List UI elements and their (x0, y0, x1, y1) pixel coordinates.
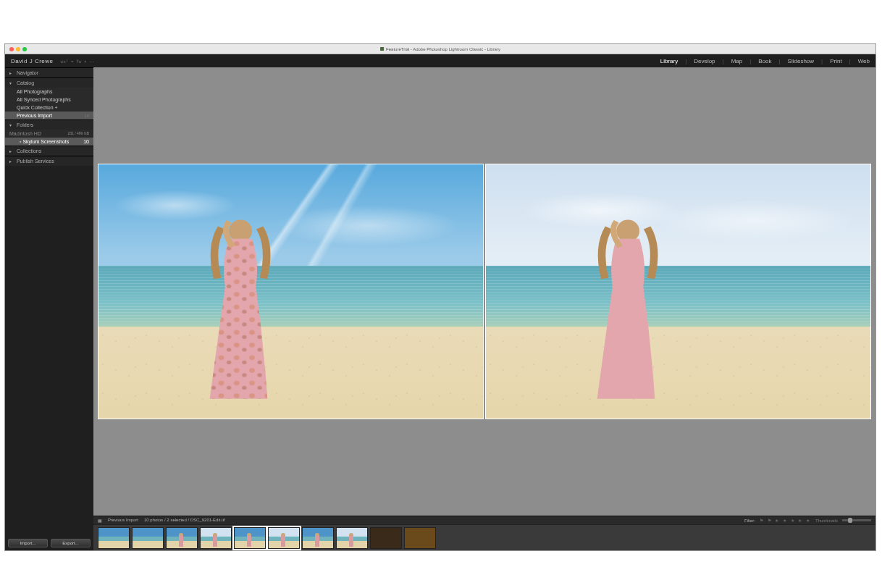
module-develop[interactable]: Develop (694, 58, 715, 64)
sep-icon: | (723, 58, 724, 64)
filmstrip-thumb[interactable] (404, 527, 436, 549)
catalog-item[interactable]: Quick Collection + (5, 104, 93, 112)
panel-navigator[interactable]: ▸ Navigator (5, 67, 93, 77)
filmstrip-thumb[interactable] (234, 527, 266, 549)
module-picker: Library | Develop | Map | Book | Slidesh… (660, 58, 870, 64)
compare-pair (98, 164, 871, 419)
sep-icon: | (749, 58, 751, 64)
folder-icon: ▪ (20, 139, 21, 144)
left-sidebar: ▸ Navigator ▾ Catalog All Photographs Al… (5, 67, 93, 550)
panel-label: Collections (17, 148, 41, 154)
sea-region (486, 266, 870, 327)
catalog-item-previous-import[interactable]: Previous Import 10 (5, 112, 93, 119)
folder-label-text: Skylum Screenshots (22, 139, 69, 144)
catalog-item-label: Previous Import (17, 113, 52, 118)
macos-titlebar: FeatureTrial - Adobe Photoshop Lightroom… (5, 44, 875, 54)
filmstrip-thumb[interactable] (166, 527, 198, 549)
canvas-area: ▦ Previous Import 10 photos / 2 selected… (93, 67, 875, 550)
panel-label: Publish Services (17, 159, 54, 164)
folder-item[interactable]: ▪ Skylum Screenshots 10 (5, 138, 93, 146)
chevron-right-icon: ▸ (9, 70, 14, 75)
module-book[interactable]: Book (758, 58, 771, 64)
sand-region (486, 327, 870, 418)
folder-volume[interactable]: Macintosh HD 231 / 499 GB (5, 130, 93, 138)
folder-item-count: 10 (83, 139, 89, 144)
photo-original[interactable] (485, 164, 871, 419)
filmstrip-thumb[interactable] (268, 527, 300, 549)
app-badge-icon (380, 47, 384, 51)
import-export-row: Import... Export... (5, 536, 93, 550)
window-title-wrap: FeatureTrial - Adobe Photoshop Lightroom… (380, 47, 500, 51)
identity-plate-row: David J Crewe wx² = fw × -- Library | De… (5, 54, 875, 67)
module-library[interactable]: Library (660, 58, 678, 64)
folders-body: Macintosh HD 231 / 499 GB ▪ Skylum Scree… (5, 130, 93, 146)
catalog-item-label: Quick Collection + (17, 105, 58, 110)
filmstrip-thumb[interactable] (200, 527, 232, 549)
panel-label: Catalog (17, 80, 34, 85)
main-row: ▸ Navigator ▾ Catalog All Photographs Al… (5, 67, 875, 550)
window-title: FeatureTrial - Adobe Photoshop Lightroom… (386, 47, 500, 51)
sand-region (98, 327, 483, 418)
panel-label: Navigator (17, 70, 38, 75)
panel-label: Folders (17, 122, 33, 127)
panel-collections[interactable]: ▸ Collections (5, 146, 93, 156)
catalog-item-label: All Photographs (17, 89, 52, 94)
chevron-right-icon: ▸ (9, 148, 14, 154)
import-button[interactable]: Import... (8, 539, 48, 547)
sky-region (98, 164, 483, 266)
chevron-right-icon: ▸ (9, 159, 14, 164)
catalog-item[interactable]: All Photographs (5, 88, 93, 96)
subject-figure (589, 215, 666, 406)
module-map[interactable]: Map (731, 58, 743, 64)
module-slideshow[interactable]: Slideshow (788, 58, 814, 64)
sep-icon: | (849, 58, 851, 64)
zoom-icon[interactable] (22, 47, 27, 51)
filmstrip-thumb[interactable] (336, 527, 368, 549)
panel-catalog[interactable]: ▾ Catalog (5, 77, 93, 88)
volume-free: 231 / 499 GB (68, 131, 89, 136)
identity-plate: David J Crewe (11, 58, 54, 64)
thumb-size-label: Thumbnails (815, 518, 838, 523)
grid-view-icon[interactable]: ▦ (98, 518, 102, 523)
svg-point-3 (617, 220, 640, 243)
svg-point-0 (230, 220, 253, 243)
compare-view[interactable] (93, 67, 875, 516)
subject-figure (202, 215, 279, 406)
app-window: FeatureTrial - Adobe Photoshop Lightroom… (4, 43, 876, 551)
filmstrip-thumb[interactable] (98, 527, 130, 549)
catalog-item[interactable]: All Synced Photographs (5, 96, 93, 104)
window-controls (9, 47, 27, 51)
sep-icon: | (685, 58, 686, 64)
filmstrip-thumb[interactable] (302, 527, 334, 549)
filmstrip[interactable] (93, 524, 875, 550)
filter-label: Filter: (744, 518, 755, 523)
catalog-item-label: All Synced Photographs (17, 97, 71, 102)
export-button[interactable]: Export... (51, 539, 91, 547)
filter-flags[interactable]: ⚑ ⚑ ★ ★ ★ ★ ★ (760, 518, 811, 523)
chevron-down-icon: ▾ (9, 80, 14, 85)
sea-region (98, 266, 483, 327)
breadcrumb[interactable]: Previous Import (108, 518, 138, 523)
catalog-item-count: 10 (84, 114, 89, 118)
filmstrip-infobar: ▦ Previous Import 10 photos / 2 selected… (93, 516, 875, 524)
identity-sub: wx² = fw × -- (61, 59, 95, 64)
module-print[interactable]: Print (830, 58, 841, 64)
sep-icon: | (779, 58, 781, 64)
panel-folders[interactable]: ▾ Folders (5, 119, 93, 130)
sky-region (486, 164, 870, 266)
folder-item-label: ▪ Skylum Screenshots (20, 139, 69, 144)
photo-edited[interactable] (98, 164, 484, 419)
spacer (5, 166, 93, 536)
module-web[interactable]: Web (858, 58, 870, 64)
sep-icon: | (821, 58, 823, 64)
panel-publish[interactable]: ▸ Publish Services (5, 156, 93, 166)
filmstrip-thumb[interactable] (132, 527, 164, 549)
close-icon[interactable] (9, 47, 14, 51)
chevron-down-icon: ▾ (9, 122, 14, 127)
source-counts: 10 photos / 2 selected / DSC_9201-Edit.t… (144, 518, 225, 523)
thumb-size-slider[interactable] (842, 519, 871, 521)
volume-name: Macintosh HD (9, 131, 41, 136)
filmstrip-thumb[interactable] (370, 527, 402, 549)
minimize-icon[interactable] (16, 47, 20, 51)
catalog-body: All Photographs All Synced Photographs Q… (5, 88, 93, 119)
